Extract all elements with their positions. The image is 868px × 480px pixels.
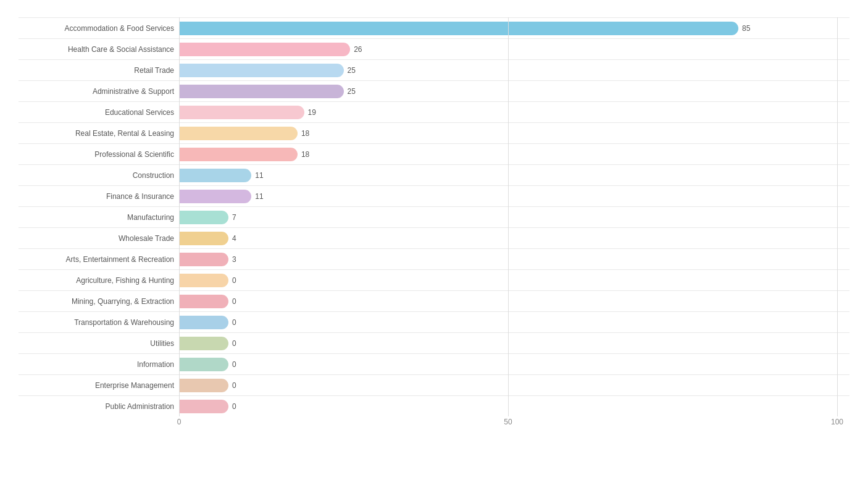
bar-value-label: 11 bbox=[255, 171, 263, 180]
bar-track: 0 bbox=[179, 270, 849, 290]
bar-row: Arts, Entertainment & Recreation3 bbox=[19, 248, 849, 269]
bar-label: Transportation & Warehousing bbox=[19, 318, 179, 327]
bar-row: Administrative & Support25 bbox=[19, 80, 849, 101]
bar-value-label: 0 bbox=[232, 318, 236, 327]
bar-fill bbox=[179, 358, 228, 371]
chart-container: Accommodation & Food Services85Health Ca… bbox=[0, 0, 868, 480]
bar-track: 25 bbox=[179, 81, 849, 101]
bar-fill bbox=[179, 127, 298, 140]
bar-value-label: 7 bbox=[232, 213, 236, 222]
bar-value-label: 0 bbox=[232, 360, 236, 369]
bar-label: Agriculture, Fishing & Hunting bbox=[19, 276, 179, 285]
x-axis: 050100 bbox=[179, 418, 849, 432]
bar-label: Wholesale Trade bbox=[19, 234, 179, 243]
bar-value-label: 25 bbox=[348, 66, 356, 75]
bar-label: Information bbox=[19, 360, 179, 369]
bar-fill bbox=[179, 85, 344, 98]
bar-fill bbox=[179, 253, 228, 266]
bar-track: 0 bbox=[179, 333, 849, 353]
bar-track: 7 bbox=[179, 207, 849, 227]
bar-row: Accommodation & Food Services85 bbox=[19, 17, 849, 38]
bar-track: 11 bbox=[179, 165, 849, 185]
bar-track: 0 bbox=[179, 375, 849, 395]
bar-label: Arts, Entertainment & Recreation bbox=[19, 255, 179, 264]
bar-fill bbox=[179, 106, 304, 119]
bar-fill bbox=[179, 400, 228, 413]
bar-track: 4 bbox=[179, 228, 849, 248]
bar-value-label: 25 bbox=[348, 87, 356, 96]
bar-row: Retail Trade25 bbox=[19, 59, 849, 80]
bar-row: Construction11 bbox=[19, 164, 849, 185]
bar-row: Wholesale Trade4 bbox=[19, 227, 849, 248]
bar-fill bbox=[179, 22, 738, 35]
bar-track: 26 bbox=[179, 39, 849, 59]
bar-label: Administrative & Support bbox=[19, 87, 179, 96]
bar-value-label: 0 bbox=[232, 339, 236, 348]
bar-value-label: 18 bbox=[301, 150, 309, 159]
bar-value-label: 3 bbox=[232, 255, 236, 264]
bar-track: 18 bbox=[179, 123, 849, 143]
bar-row: Utilities0 bbox=[19, 332, 849, 353]
bar-fill bbox=[179, 295, 228, 308]
bar-value-label: 18 bbox=[301, 129, 309, 138]
bar-fill bbox=[179, 274, 228, 287]
bar-row: Public Administration0 bbox=[19, 395, 849, 416]
bar-fill bbox=[179, 337, 228, 350]
bar-row: Finance & Insurance11 bbox=[19, 185, 849, 206]
bar-value-label: 0 bbox=[232, 381, 236, 390]
bar-track: 3 bbox=[179, 249, 849, 269]
bar-track: 25 bbox=[179, 60, 849, 80]
bar-track: 0 bbox=[179, 396, 849, 416]
bar-row: Health Care & Social Assistance26 bbox=[19, 38, 849, 59]
bar-fill bbox=[179, 43, 350, 56]
bar-track: 18 bbox=[179, 144, 849, 164]
bar-fill bbox=[179, 211, 228, 224]
bar-track: 0 bbox=[179, 354, 849, 374]
bar-label: Construction bbox=[19, 171, 179, 180]
bar-row: Educational Services19 bbox=[19, 101, 849, 122]
x-tick: 50 bbox=[504, 418, 512, 426]
x-tick: 0 bbox=[177, 418, 182, 426]
bar-row: Agriculture, Fishing & Hunting0 bbox=[19, 269, 849, 290]
bar-value-label: 4 bbox=[232, 234, 236, 243]
bar-value-label: 11 bbox=[255, 192, 263, 201]
bar-fill bbox=[179, 64, 344, 77]
bar-label: Health Care & Social Assistance bbox=[19, 45, 179, 54]
bar-value-label: 19 bbox=[308, 108, 316, 117]
bar-fill bbox=[179, 232, 228, 245]
bar-fill bbox=[179, 316, 228, 329]
x-tick: 100 bbox=[831, 418, 843, 426]
bar-label: Accommodation & Food Services bbox=[19, 24, 179, 33]
bar-track: 11 bbox=[179, 186, 849, 206]
bar-track: 0 bbox=[179, 291, 849, 311]
bar-row: Mining, Quarrying, & Extraction0 bbox=[19, 290, 849, 311]
bar-label: Enterprise Management bbox=[19, 381, 179, 390]
bars-area: Accommodation & Food Services85Health Ca… bbox=[19, 17, 849, 416]
bar-row: Professional & Scientific18 bbox=[19, 143, 849, 164]
bar-fill bbox=[179, 148, 298, 161]
bar-value-label: 0 bbox=[232, 297, 236, 306]
bar-fill bbox=[179, 190, 251, 203]
bar-label: Utilities bbox=[19, 339, 179, 348]
bar-label: Retail Trade bbox=[19, 66, 179, 75]
bar-fill bbox=[179, 169, 251, 182]
bar-label: Manufacturing bbox=[19, 213, 179, 222]
bar-fill bbox=[179, 379, 228, 392]
bar-label: Educational Services bbox=[19, 108, 179, 117]
bar-value-label: 0 bbox=[232, 402, 236, 411]
bar-value-label: 0 bbox=[232, 276, 236, 285]
bar-row: Manufacturing7 bbox=[19, 206, 849, 227]
bar-value-label: 26 bbox=[354, 45, 362, 54]
bar-track: 85 bbox=[179, 18, 849, 38]
bar-row: Information0 bbox=[19, 353, 849, 374]
bar-track: 0 bbox=[179, 312, 849, 332]
bar-label: Real Estate, Rental & Leasing bbox=[19, 129, 179, 138]
bar-label: Public Administration bbox=[19, 402, 179, 411]
bar-track: 19 bbox=[179, 102, 849, 122]
bar-label: Finance & Insurance bbox=[19, 192, 179, 201]
bar-row: Enterprise Management0 bbox=[19, 374, 849, 395]
bar-label: Professional & Scientific bbox=[19, 150, 179, 159]
bar-label: Mining, Quarrying, & Extraction bbox=[19, 297, 179, 306]
bar-row: Real Estate, Rental & Leasing18 bbox=[19, 122, 849, 143]
bar-row: Transportation & Warehousing0 bbox=[19, 311, 849, 332]
